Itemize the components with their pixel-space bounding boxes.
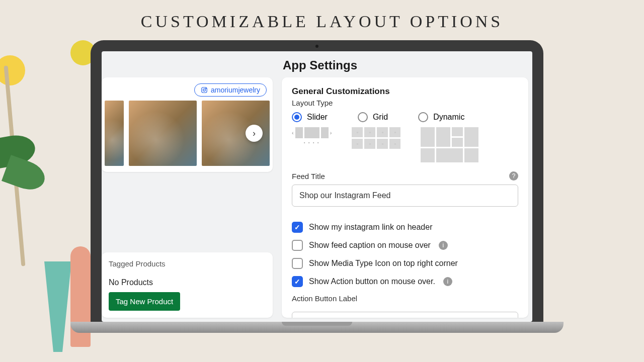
radio-label: Slider [307, 113, 328, 122]
tagged-products-heading: Tagged Products [109, 259, 266, 268]
checkbox-icon [292, 222, 303, 233]
checkbox-label: Show feed caption on mouse over [309, 241, 431, 250]
action-button-label-label: Action Button Label [292, 294, 518, 303]
checkbox-icon [292, 276, 303, 287]
app-title: App Settings [102, 51, 532, 77]
radio-grid[interactable]: Grid [358, 112, 388, 122]
tagged-products-card: Tagged Products No Products Tag New Prod… [102, 252, 273, 318]
checkbox-icon [292, 258, 303, 269]
laptop-base [70, 322, 564, 333]
layout-type-radio-group: Slider Grid Dynamic [292, 112, 518, 122]
feed-thumbnail[interactable] [129, 101, 197, 166]
radio-label: Grid [373, 113, 388, 122]
page-hero-title: CUSTOMIZABLE LAYOUT OPTIONS [0, 0, 644, 31]
section-title: General Customizations [292, 86, 518, 97]
checkbox-label: Show Media Type Icon on top right corner [309, 259, 458, 268]
instagram-handle-text: amoriumjewelry [211, 86, 260, 94]
instagram-icon [201, 86, 208, 94]
checkbox-show-action-button[interactable]: Show Action button on mouse over. i [292, 276, 518, 287]
radio-icon [292, 112, 302, 122]
checkbox-label: Show Action button on mouse over. [309, 277, 435, 286]
checkbox-show-caption[interactable]: Show feed caption on mouse over i [292, 240, 518, 251]
action-button-label-input[interactable] [292, 312, 518, 318]
feed-thumbnail[interactable] [105, 101, 124, 166]
checkbox-icon [292, 240, 303, 251]
layout-previews: ‹› • • • • ▫▫▫▫▫▫▫▫ [292, 127, 518, 162]
instagram-handle-badge[interactable]: amoriumjewelry [194, 83, 267, 97]
layout-type-label: Layout Type [292, 99, 518, 107]
radio-label: Dynamic [433, 113, 464, 122]
preview-grid: ▫▫▫▫▫▫▫▫ [352, 127, 400, 162]
feed-title-input[interactable] [292, 185, 518, 207]
svg-point-2 [206, 88, 206, 88]
tagged-products-empty: No Products [109, 278, 266, 287]
info-icon[interactable]: i [443, 277, 452, 286]
info-icon[interactable]: i [439, 241, 448, 250]
camera-dot [315, 45, 318, 48]
chevron-right-icon: › [253, 128, 256, 139]
radio-icon [358, 112, 368, 122]
preview-dynamic [421, 127, 478, 162]
general-customizations-card: General Customizations Layout Type Slide… [282, 77, 528, 318]
preview-slider: ‹› • • • • [292, 127, 332, 162]
checkbox-show-media-icon[interactable]: Show Media Type Icon on top right corner [292, 258, 518, 269]
checkbox-show-instagram-link[interactable]: Show my instagram link on header [292, 222, 518, 233]
instagram-feed-card: amoriumjewelry › [102, 77, 273, 172]
radio-dynamic[interactable]: Dynamic [418, 112, 464, 122]
checkbox-label: Show my instagram link on header [309, 223, 432, 232]
radio-icon [418, 112, 428, 122]
svg-point-1 [203, 89, 206, 92]
feed-title-label: Feed Title [292, 172, 325, 180]
laptop-mockup: App Settings amoriumjewelry [91, 40, 543, 332]
feed-next-button[interactable]: › [246, 125, 263, 142]
radio-slider[interactable]: Slider [292, 112, 328, 122]
help-icon[interactable]: ? [509, 171, 518, 180]
decor-leaf [2, 155, 49, 195]
tag-new-product-button[interactable]: Tag New Product [109, 292, 180, 311]
